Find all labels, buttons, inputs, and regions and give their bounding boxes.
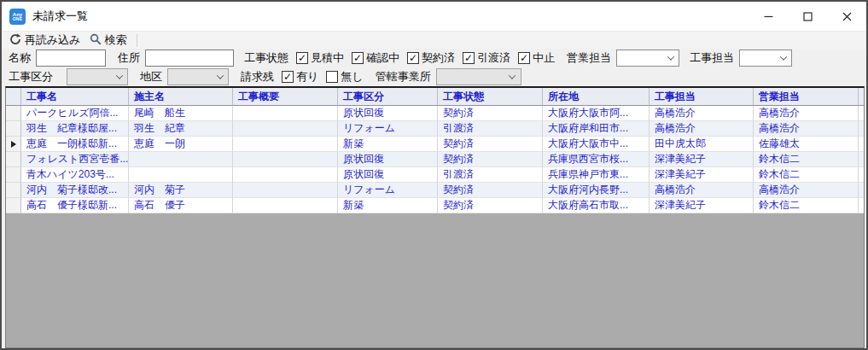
column-header[interactable]: 施主名 bbox=[129, 88, 233, 106]
sales-rep-combo[interactable] bbox=[616, 50, 679, 67]
district-combo[interactable] bbox=[167, 68, 229, 85]
table-cell[interactable]: 兵庫県西宮市桜... bbox=[543, 152, 650, 167]
table-cell[interactable]: 契約済 bbox=[438, 137, 543, 152]
address-input[interactable] bbox=[145, 50, 234, 67]
table-cell[interactable]: 契約済 bbox=[438, 106, 543, 121]
name-input[interactable] bbox=[36, 50, 106, 67]
app-logo-icon: Any ONE bbox=[9, 9, 26, 25]
row-selector[interactable] bbox=[6, 121, 21, 137]
table-cell[interactable]: 青木ハイツ203号... bbox=[21, 167, 129, 183]
column-header[interactable]: 工事担当 bbox=[650, 88, 754, 106]
billing-checkbox-有り[interactable]: ✓ bbox=[282, 71, 294, 83]
row-selector[interactable] bbox=[6, 183, 21, 198]
table-cell[interactable]: 羽生 紀章 bbox=[129, 121, 233, 137]
table-cell[interactable]: 大阪府大阪市阿... bbox=[543, 106, 650, 121]
column-header[interactable]: 営業担当 bbox=[754, 88, 859, 106]
table-cell[interactable]: 深津美紀子 bbox=[650, 198, 754, 213]
table-row[interactable]: 羽生 紀章様邸屋...羽生 紀章リフォーム引渡済大阪府岸和田市...高橋浩介高橋… bbox=[6, 121, 864, 137]
table-cell[interactable]: 引渡済 bbox=[438, 121, 543, 137]
table-cell[interactable]: パークヒルズ阿倍... bbox=[21, 106, 129, 121]
table-cell[interactable]: 田中虎太郎 bbox=[650, 137, 754, 152]
status-checkbox-引渡済[interactable]: ✓ bbox=[463, 52, 475, 64]
search-button[interactable]: 検索 bbox=[85, 32, 131, 49]
table-cell[interactable] bbox=[233, 183, 338, 198]
table-cell[interactable]: 羽生 紀章様邸屋... bbox=[21, 121, 129, 137]
table-cell[interactable]: 大阪府岸和田市... bbox=[543, 121, 650, 137]
close-button[interactable] bbox=[827, 2, 866, 31]
table-cell[interactable]: 新築 bbox=[338, 137, 438, 152]
status-checkbox-見積中[interactable]: ✓ bbox=[296, 52, 308, 64]
office-combo[interactable] bbox=[436, 68, 521, 85]
column-header[interactable]: 工事名 bbox=[21, 88, 129, 106]
status-checkbox-確認中[interactable]: ✓ bbox=[352, 52, 364, 64]
table-cell[interactable]: 契約済 bbox=[438, 183, 543, 198]
column-header[interactable]: 工事区分 bbox=[338, 88, 438, 106]
table-cell[interactable]: 高橋浩介 bbox=[650, 183, 754, 198]
table-row[interactable]: 高石 優子様邸新...高石 優子新築契約済大阪府高石市取...深津美紀子鈴木信二 bbox=[6, 198, 864, 213]
table-cell[interactable] bbox=[129, 167, 233, 183]
table-cell[interactable]: 恵庭 一朗 bbox=[129, 137, 233, 152]
table-cell[interactable]: 高橋浩介 bbox=[754, 121, 859, 137]
table-cell[interactable]: 兵庫県神戸市東... bbox=[543, 167, 650, 183]
table-cell[interactable]: 鈴木信二 bbox=[754, 167, 859, 183]
table-row[interactable]: 河内 菊子様邸改...河内 菊子リフォーム契約済大阪府河内長野...高橋浩介高橋… bbox=[6, 183, 864, 198]
grid-corner-cell[interactable] bbox=[6, 88, 21, 106]
status-checkbox-契約済[interactable]: ✓ bbox=[407, 52, 419, 64]
table-cell[interactable]: 鈴木信二 bbox=[754, 198, 859, 213]
table-cell[interactable]: 河内 菊子 bbox=[129, 183, 233, 198]
table-cell[interactable]: 佐藤雄太 bbox=[754, 137, 859, 152]
column-header[interactable]: 所在地 bbox=[543, 88, 650, 106]
table-cell[interactable] bbox=[233, 121, 338, 137]
table-cell[interactable]: 契約済 bbox=[438, 152, 543, 167]
table-cell[interactable]: 高石 優子 bbox=[129, 198, 233, 213]
table-cell[interactable]: 河内 菊子様邸改... bbox=[21, 183, 129, 198]
table-cell[interactable]: 原状回復 bbox=[338, 152, 438, 167]
row-selector[interactable] bbox=[6, 198, 21, 213]
reload-button[interactable]: 再読み込み bbox=[5, 32, 85, 49]
row-selector[interactable] bbox=[6, 106, 21, 121]
table-cell[interactable]: 高橋浩介 bbox=[754, 183, 859, 198]
table-cell[interactable]: リフォーム bbox=[338, 121, 438, 137]
minimize-button[interactable] bbox=[749, 2, 788, 31]
table-cell[interactable]: 高石 優子様邸新... bbox=[21, 198, 129, 213]
column-header[interactable]: 工事概要 bbox=[233, 88, 338, 106]
table-row[interactable]: パークヒルズ阿倍...尾崎 船生原状回復契約済大阪府大阪市阿...高橋浩介高橋浩… bbox=[6, 106, 864, 121]
table-cell[interactable] bbox=[129, 152, 233, 167]
table-row[interactable]: 青木ハイツ203号...原状回復引渡済兵庫県神戸市東...深津美紀子鈴木信二 bbox=[6, 167, 864, 183]
table-cell[interactable]: 鈴木信二 bbox=[754, 152, 859, 167]
table-cell[interactable]: 大阪府河内長野... bbox=[543, 183, 650, 198]
table-cell[interactable]: 高橋浩介 bbox=[650, 106, 754, 121]
table-cell[interactable]: 大阪府高石市取... bbox=[543, 198, 650, 213]
row-selector[interactable] bbox=[6, 137, 21, 152]
table-row[interactable]: フォレスト西宮壱番...原状回復契約済兵庫県西宮市桜...深津美紀子鈴木信二 bbox=[6, 152, 864, 167]
table-cell[interactable] bbox=[233, 152, 338, 167]
table-cell[interactable]: 引渡済 bbox=[438, 167, 543, 183]
billing-checkbox-無し[interactable] bbox=[326, 71, 338, 83]
table-cell[interactable] bbox=[233, 198, 338, 213]
table-cell[interactable]: 大阪府大阪市中... bbox=[543, 137, 650, 152]
table-cell[interactable]: 原状回復 bbox=[338, 167, 438, 183]
table-cell[interactable]: 尾崎 船生 bbox=[129, 106, 233, 121]
row-selector[interactable] bbox=[6, 167, 21, 183]
table-cell[interactable] bbox=[233, 167, 338, 183]
table-cell[interactable]: 深津美紀子 bbox=[650, 152, 754, 167]
row-selector[interactable] bbox=[6, 152, 21, 167]
construction-rep-combo[interactable] bbox=[739, 50, 792, 67]
category-combo[interactable] bbox=[67, 68, 128, 85]
table-cell[interactable] bbox=[233, 137, 338, 152]
table-cell[interactable]: フォレスト西宮壱番... bbox=[21, 152, 129, 167]
table-cell[interactable]: 深津美紀子 bbox=[650, 167, 754, 183]
table-cell[interactable]: 高橋浩介 bbox=[650, 121, 754, 137]
status-checkbox-中止[interactable]: ✓ bbox=[518, 52, 530, 64]
status-checkbox-label: 契約済 bbox=[422, 50, 455, 66]
table-cell[interactable]: 高橋浩介 bbox=[754, 106, 859, 121]
table-cell[interactable] bbox=[233, 106, 338, 121]
table-cell[interactable]: 契約済 bbox=[438, 198, 543, 213]
maximize-button[interactable] bbox=[788, 2, 827, 31]
table-cell[interactable]: リフォーム bbox=[338, 183, 438, 198]
column-header[interactable]: 工事状態 bbox=[438, 88, 543, 106]
table-cell[interactable]: 原状回復 bbox=[338, 106, 438, 121]
table-row[interactable]: 恵庭 一朗様邸新...恵庭 一朗新築契約済大阪府大阪市中...田中虎太郎佐藤雄太 bbox=[6, 137, 864, 152]
table-cell[interactable]: 新築 bbox=[338, 198, 438, 213]
table-cell[interactable]: 恵庭 一朗様邸新... bbox=[21, 137, 129, 152]
